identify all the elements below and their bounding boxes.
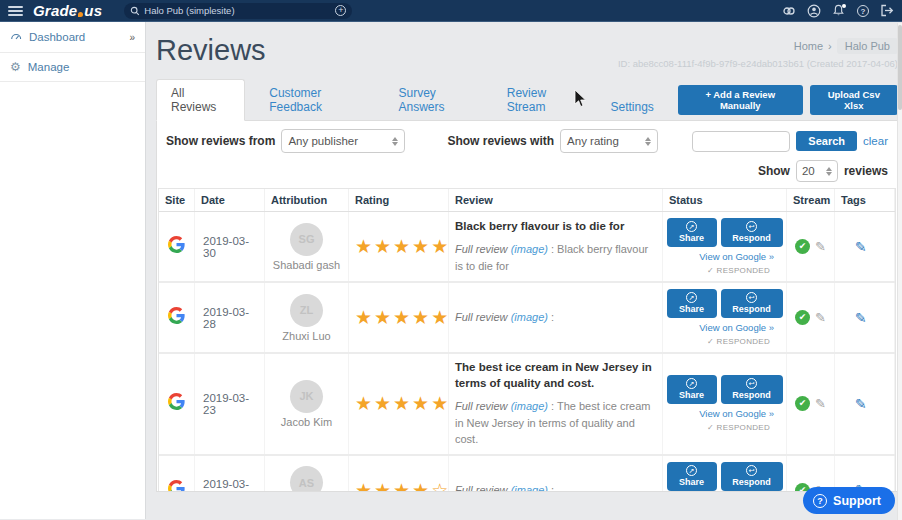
view-on-google-link[interactable]: View on Google » [699, 322, 780, 333]
publisher-select-value: Any publisher [288, 135, 358, 147]
rating-select[interactable]: Any rating [560, 129, 658, 153]
view-on-google-link[interactable]: View on Google » [699, 251, 780, 262]
notifications-bell-icon[interactable] [832, 4, 846, 18]
show-count-stepper[interactable]: 20 [796, 160, 838, 182]
reviewer-name: Jacob Kim [281, 416, 332, 428]
hamburger-menu-icon[interactable] [8, 6, 23, 16]
clear-link[interactable]: clear [863, 135, 888, 147]
select-stepper-icon [639, 137, 651, 146]
link-icon[interactable] [782, 4, 796, 18]
topbar: Grade us + ? [0, 0, 902, 22]
tags-edit-pencil-icon[interactable]: ✎ [855, 396, 867, 412]
add-review-manually-button[interactable]: + Add a Review Manually [678, 85, 803, 115]
col-header-tags: Tags [835, 189, 895, 211]
user-account-icon[interactable] [807, 4, 821, 18]
tab-customer-feedback[interactable]: Customer Feedback [267, 80, 374, 120]
support-question-icon: ? [813, 494, 827, 508]
respond-button-label: Respond [732, 304, 771, 314]
respond-button[interactable]: ↩ Respond [721, 375, 783, 404]
respond-button-label: Respond [732, 233, 771, 243]
review-excerpt: : [551, 484, 554, 492]
respond-button[interactable]: ↩ Respond [721, 218, 783, 247]
image-link[interactable]: (image) [511, 311, 548, 323]
search-icon [130, 2, 140, 20]
avatar: JK [290, 380, 323, 413]
brand-text-first: Grade [33, 2, 77, 19]
tags-edit-pencil-icon[interactable]: ✎ [855, 310, 867, 326]
brand-logo[interactable]: Grade us [33, 2, 102, 19]
reviews-panel: Show reviews from Any publisher Show rev… [156, 120, 898, 492]
stream-edit-pencil-icon[interactable]: ✎ [815, 310, 826, 325]
star-rating: ★★★★★ [349, 283, 449, 352]
review-search-input[interactable] [692, 131, 790, 152]
respond-button-label: Respond [732, 477, 771, 487]
support-button[interactable]: ? Support [803, 487, 895, 514]
respond-icon: ↩ [746, 465, 757, 476]
col-header-site: Site [159, 189, 195, 211]
vertical-scrollbar [897, 23, 902, 520]
upload-csv-button[interactable]: Upload Csv Xlsx [810, 85, 898, 115]
tab-survey-answers[interactable]: Survey Answers [397, 80, 483, 120]
brand-text-second: us [84, 2, 102, 19]
table-header-row: Site Date Attribution Rating Review Stat… [159, 189, 895, 212]
scrollbar-thumb[interactable] [898, 25, 902, 110]
stream-edit-pencil-icon[interactable]: ✎ [815, 396, 826, 411]
share-button[interactable]: ↗ Share [667, 375, 717, 404]
tags-edit-pencil-icon[interactable]: ✎ [855, 239, 867, 255]
share-icon: ↗ [686, 465, 697, 476]
table-row: 2019-03-10 AS Alex Shindnes ★★★★☆ Full r… [159, 456, 895, 492]
reviewer-name: Shabadi gash [273, 259, 340, 271]
star-rating: ★★★★★ [349, 354, 449, 454]
stream-approved-check-icon[interactable]: ✔ [795, 310, 810, 325]
image-link[interactable]: (image) [511, 400, 548, 412]
sidebar-item-dashboard[interactable]: Dashboard » [0, 22, 145, 53]
col-header-review: Review [449, 189, 663, 211]
share-button-label: Share [679, 390, 704, 400]
breadcrumb-home-link[interactable]: Home [794, 40, 823, 52]
review-date: 2019-03-23 [195, 354, 265, 454]
respond-button[interactable]: ↩ Respond [721, 289, 783, 318]
publisher-select[interactable]: Any publisher [281, 129, 405, 153]
account-search-input[interactable] [144, 5, 331, 16]
notification-badge [842, 4, 846, 8]
show-count-value: 20 [802, 165, 815, 177]
image-link[interactable]: (image) [511, 243, 548, 255]
add-account-icon[interactable]: + [335, 5, 346, 16]
stream-approved-check-icon[interactable]: ✔ [795, 239, 810, 254]
search-button[interactable]: Search [796, 131, 857, 151]
sidebar: Dashboard » ⚙ Manage [0, 22, 146, 519]
share-button[interactable]: ↗ Share [667, 462, 717, 491]
share-icon: ↗ [686, 292, 697, 303]
avatar: SG [290, 223, 323, 256]
breadcrumb-separator: › [828, 40, 832, 52]
view-on-google-link[interactable]: View on Google » [699, 408, 780, 419]
avatar: AS [290, 466, 323, 492]
table-row: 2019-03-23 JK Jacob Kim ★★★★★ The best i… [159, 354, 895, 456]
sidebar-item-manage[interactable]: ⚙ Manage [0, 53, 145, 82]
respond-button-label: Respond [732, 390, 771, 400]
sidebar-expand-chevron-icon[interactable]: » [129, 32, 135, 43]
page-title: Reviews [156, 34, 266, 69]
tab-review-stream[interactable]: Review Stream [505, 80, 587, 120]
stream-approved-check-icon[interactable]: ✔ [795, 396, 810, 411]
share-button[interactable]: ↗ Share [667, 218, 717, 247]
breadcrumb-current: Halo Pub [837, 38, 898, 54]
review-excerpt: : [551, 311, 554, 323]
rating-select-value: Any rating [567, 135, 619, 147]
tab-all-reviews[interactable]: All Reviews [156, 79, 245, 121]
tab-settings[interactable]: Settings [609, 94, 656, 120]
review-title: The best ice cream in New Jersey in term… [455, 360, 656, 391]
sidebar-item-label: Dashboard [29, 31, 85, 43]
select-stepper-icon [386, 137, 398, 146]
full-review-label: Full review [455, 311, 508, 323]
help-icon[interactable]: ? [857, 5, 869, 17]
image-link[interactable]: (image) [511, 484, 548, 492]
review-date: 2019-03-10 [195, 456, 265, 492]
account-search[interactable]: + [124, 3, 352, 19]
dashboard-gauge-icon [10, 30, 22, 44]
avatar-initials: SG [299, 233, 315, 245]
respond-button[interactable]: ↩ Respond [721, 462, 783, 491]
stream-edit-pencil-icon[interactable]: ✎ [815, 239, 826, 254]
logout-icon[interactable] [880, 4, 894, 18]
share-button[interactable]: ↗ Share [667, 289, 717, 318]
